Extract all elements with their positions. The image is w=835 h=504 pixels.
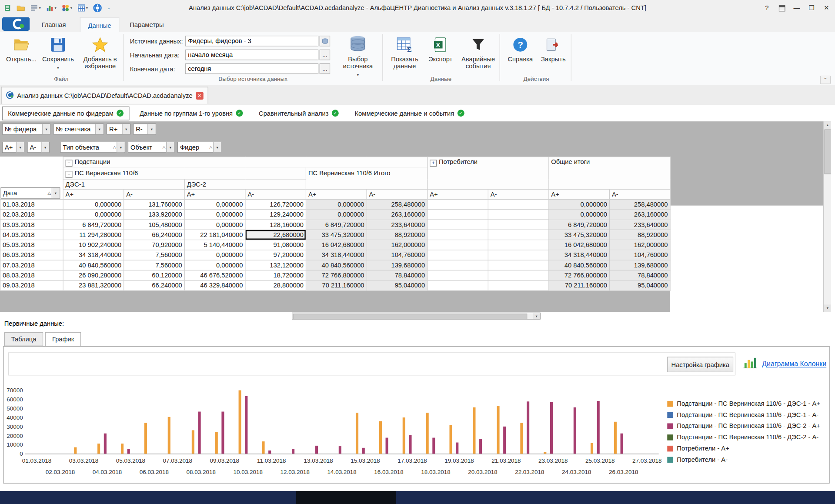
pivot-cell[interactable]	[488, 280, 549, 290]
source-picker-button[interactable]	[320, 36, 330, 46]
pivot-cell[interactable]: 78,840000	[609, 270, 670, 280]
pivot-cell[interactable]: 66,240000	[124, 230, 185, 240]
row-date[interactable]: 08.03.2018	[0, 270, 63, 280]
header-measure[interactable]: A+	[549, 189, 610, 199]
pivot-cell[interactable]	[488, 210, 549, 220]
pivot-cell[interactable]	[428, 270, 488, 280]
row-date[interactable]: 02.03.2018	[0, 210, 63, 220]
document-tab[interactable]: Анализ данных C:\job\ACDAD\Default\ACDAD…	[1, 87, 208, 104]
select-source-button[interactable]: Выбор источника ▾	[334, 33, 381, 79]
pivot-cell[interactable]: 0,000000	[184, 250, 245, 260]
header-measure[interactable]: A-	[367, 189, 428, 199]
ribbon-tab-Параметры[interactable]: Параметры	[122, 17, 171, 32]
row-date[interactable]: 04.03.2018	[0, 230, 63, 240]
scrollbar-thumb[interactable]	[293, 314, 527, 319]
row-date[interactable]: 01.03.2018	[0, 200, 63, 210]
pivot-cell[interactable]: 95,040000	[367, 280, 428, 290]
pivot-cell[interactable]: 162,000000	[367, 240, 428, 250]
header-measure[interactable]: A+	[428, 189, 488, 199]
pivot-cell[interactable]: 128,160000	[245, 220, 306, 230]
pivot-cell[interactable]: 105,480000	[124, 220, 185, 230]
header-des1[interactable]: ДЭС-1	[63, 179, 184, 189]
pivot-field-Объект[interactable]: Объект△▼	[128, 142, 175, 153]
pivot-vertical-scrollbar[interactable]: ▲ ▼	[823, 121, 831, 312]
pivot-cell[interactable]: 6 849,720000	[306, 220, 367, 230]
collapse-icon[interactable]: −	[66, 160, 73, 167]
pivot-cell[interactable]: 78,840000	[367, 270, 428, 280]
pivot-cell[interactable]: 40 840,560000	[306, 260, 367, 270]
table-icon[interactable]: ▾	[76, 3, 89, 13]
pivot-field-Тип объекта[interactable]: Тип объекта△▼	[60, 142, 125, 153]
minimize-button[interactable]: —	[789, 1, 804, 15]
alarm-events-button[interactable]: Аварийные события	[457, 35, 500, 70]
header-measure[interactable]: A-	[609, 189, 670, 199]
pivot-cell[interactable]: 126,720000	[245, 200, 306, 210]
pivot-cell[interactable]: 6 849,720000	[63, 220, 124, 230]
pivot-cell[interactable]: 46 329,840000	[184, 280, 245, 290]
sort-icon[interactable]: △	[47, 190, 51, 195]
show-data-button[interactable]: Σ Показать данные	[386, 35, 424, 70]
pivot-cell[interactable]: 70 211,160000	[549, 280, 610, 290]
pivot-cell[interactable]: 131,760000	[124, 200, 185, 210]
chart-type-link[interactable]: Диаграмма Колонки	[762, 360, 826, 368]
view-tab[interactable]: Коммерческие данные и события✓	[349, 106, 470, 120]
header-des2[interactable]: ДЭС-2	[184, 179, 306, 189]
scroll-up-icon[interactable]: ▲	[824, 121, 831, 129]
date-field[interactable]: Дата △ ▼	[0, 187, 60, 199]
filter-dropdown-icon[interactable]: ▼	[95, 124, 103, 134]
pivot-cell[interactable]: 0,000000	[184, 220, 245, 230]
filter-dropdown-icon[interactable]: ▼	[147, 124, 155, 134]
header-measure[interactable]: A+	[184, 189, 245, 199]
pivot-cell[interactable]: 91,080000	[245, 240, 306, 250]
pivot-cell[interactable]: 0,000000	[306, 200, 367, 210]
filter-dropdown-icon[interactable]: ▼	[42, 124, 50, 134]
pivot-cell[interactable]: 0,000000	[184, 260, 245, 270]
pivot-cell[interactable]: 46 676,520000	[184, 270, 245, 280]
pivot-cell[interactable]: 0,000000	[184, 210, 245, 220]
pivot-cell[interactable]: 162,000000	[609, 240, 670, 250]
filter-dropdown-icon[interactable]: ▼	[166, 142, 174, 152]
pivot-cell[interactable]: 72 766,800000	[549, 270, 610, 280]
add-favorite-button[interactable]: Добавить в избранное	[78, 35, 123, 70]
pivot-cell[interactable]	[428, 240, 488, 250]
ribbon-tab-Данные[interactable]: Данные	[80, 17, 119, 32]
end-date-input[interactable]	[185, 63, 318, 74]
help-window-button[interactable]: ?	[759, 1, 774, 15]
sort-icon[interactable]: △	[162, 145, 166, 150]
chart-settings-button[interactable]: Настройка графика	[667, 357, 733, 372]
notebook-icon[interactable]	[2, 3, 13, 13]
filter-dropdown-icon[interactable]: ▼	[41, 142, 49, 152]
pivot-cell[interactable]	[428, 250, 488, 260]
export-button[interactable]: X Экспорт	[425, 35, 456, 63]
scroll-right-icon[interactable]: ▼	[533, 313, 540, 319]
pivot-cell[interactable]	[428, 200, 488, 210]
pivot-cell[interactable]: 139,680000	[609, 260, 670, 270]
header-measure[interactable]: A-	[124, 189, 185, 199]
pivot-cell[interactable]: 70,920000	[124, 240, 185, 250]
filter-dropdown-icon[interactable]: ▼	[51, 188, 59, 198]
folder-icon[interactable]	[16, 3, 26, 13]
pivot-cell[interactable]: 0,000000	[549, 210, 610, 220]
pivot-cell[interactable]: 26 090,280000	[63, 270, 124, 280]
row-date[interactable]: 05.03.2018	[0, 240, 63, 250]
pivot-cell[interactable]: 40 840,560000	[549, 260, 610, 270]
pivot-cell[interactable]: 34 318,440000	[549, 250, 610, 260]
pivot-cell[interactable]: 34 318,440000	[63, 250, 124, 260]
start-date-input[interactable]	[185, 50, 318, 60]
pivot-cell[interactable]: 6 849,720000	[549, 220, 610, 230]
sort-icon[interactable]: △	[209, 145, 213, 150]
column-chart-icon[interactable]	[742, 356, 758, 371]
pivot-cell[interactable]: 263,160000	[609, 210, 670, 220]
pivot-cell[interactable]: 5 140,440000	[184, 240, 245, 250]
pivot-cell[interactable]: 258,480000	[609, 200, 670, 210]
filter-dropdown-icon[interactable]: ▼	[213, 142, 221, 152]
bar-chart-icon[interactable]: ▾	[44, 3, 57, 13]
palette-icon[interactable]: ▾	[60, 3, 73, 13]
pivot-cell[interactable]: 7,560000	[124, 260, 185, 270]
pivot-cell[interactable]: 88,920000	[367, 230, 428, 240]
pivot-cell[interactable]	[428, 220, 488, 230]
close-button[interactable]: ✕	[819, 1, 834, 15]
row-date[interactable]: 06.03.2018	[0, 250, 63, 260]
view-tab[interactable]: Данные по группам 1-го уровня✓	[134, 106, 248, 120]
close-document-button[interactable]: Закрыть	[538, 35, 569, 63]
